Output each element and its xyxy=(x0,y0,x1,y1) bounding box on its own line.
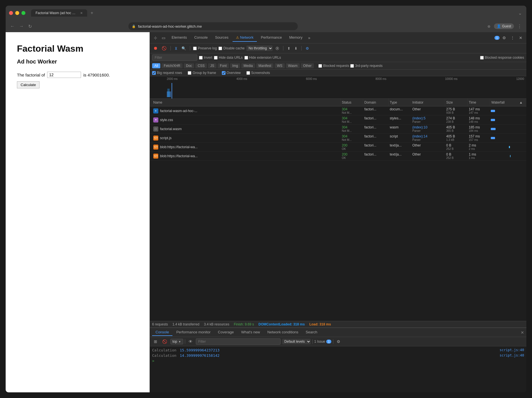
table-row[interactable]: </> blob:https://factorial-wa... 200 OK … xyxy=(150,152,526,161)
console-tab-search[interactable]: Search xyxy=(302,329,321,336)
overview-checkbox[interactable] xyxy=(222,71,226,75)
type-filter-ws[interactable]: WS xyxy=(275,63,284,68)
disable-cache-label[interactable]: Disable cache xyxy=(218,46,244,50)
close-button[interactable] xyxy=(9,11,13,15)
tab-elements[interactable]: Elements xyxy=(168,34,190,42)
third-party-label[interactable]: 3rd-party requests xyxy=(350,64,382,68)
header-waterfall[interactable]: Waterfall ▲ xyxy=(490,99,524,106)
factorial-input[interactable] xyxy=(47,72,81,78)
back-button[interactable]: ← xyxy=(9,23,16,30)
console-source-0[interactable]: script.js:40 xyxy=(500,348,524,352)
export-icon[interactable]: ⬇ xyxy=(293,46,299,51)
group-by-frame-label[interactable]: Group by frame xyxy=(188,71,216,75)
close-devtools-icon[interactable]: ✕ xyxy=(517,34,524,41)
hide-extension-checkbox[interactable] xyxy=(244,56,248,60)
screenshots-checkbox[interactable] xyxy=(246,71,250,75)
header-size[interactable]: Size xyxy=(445,99,468,106)
tab-performance[interactable]: Performance xyxy=(257,34,285,42)
search-icon[interactable]: 🔍 xyxy=(180,46,187,51)
big-rows-checkbox[interactable] xyxy=(152,71,156,75)
preserve-log-label[interactable]: Preserve log xyxy=(193,46,217,50)
tab-close-icon[interactable]: ✕ xyxy=(80,11,83,15)
big-rows-label[interactable]: Big request rows xyxy=(152,71,182,75)
console-close-button[interactable]: ✕ xyxy=(521,330,524,335)
invert-checkbox[interactable] xyxy=(199,56,203,60)
console-prompt-icon[interactable]: > xyxy=(152,359,154,363)
settings-icon[interactable]: ⚙ xyxy=(501,34,508,41)
header-initiator[interactable]: Initiator xyxy=(411,99,445,106)
active-tab[interactable]: Factorial Wasm (ad hoc Wor... ✕ xyxy=(31,9,87,17)
forward-button[interactable]: → xyxy=(18,23,25,30)
maximize-button[interactable] xyxy=(21,11,25,15)
header-domain[interactable]: Domain xyxy=(363,99,389,106)
console-context-selector[interactable]: top ▼ xyxy=(170,339,183,344)
header-type[interactable]: Type xyxy=(389,99,411,106)
table-row[interactable]: </> script.js 304 Not M... factori... sc… xyxy=(150,134,526,143)
calculate-button[interactable]: Calculate xyxy=(17,81,40,88)
minimize-button[interactable] xyxy=(15,11,19,15)
filter-icon[interactable]: ⊻ xyxy=(174,46,179,51)
tab-console[interactable]: Console xyxy=(191,34,211,42)
console-prompt-line[interactable]: > xyxy=(150,358,526,364)
more-options-icon[interactable]: ⋮ xyxy=(509,34,516,41)
online-icon[interactable]: ⦿ xyxy=(274,46,280,51)
table-row[interactable]: ✦ style.css 304 Not M... factori... styl… xyxy=(150,115,526,124)
console-tab-network-conditions[interactable]: Network conditions xyxy=(264,329,302,336)
type-filter-css[interactable]: CSS xyxy=(195,63,207,68)
blocked-requests-label[interactable]: Blocked requests xyxy=(318,64,349,68)
group-by-frame-checkbox[interactable] xyxy=(188,71,191,75)
reload-button[interactable]: ↻ xyxy=(27,23,33,30)
filter-input[interactable] xyxy=(152,54,197,61)
address-bar[interactable]: 🔒 factorial-wasm-ad-hoc-worker.glitch.me xyxy=(128,22,298,30)
console-clear-icon[interactable]: 🚫 xyxy=(161,338,169,345)
type-filter-img[interactable]: Img xyxy=(230,63,240,68)
devtools-pointer-icon[interactable]: ⊹ xyxy=(152,34,159,41)
hide-extension-label[interactable]: Hide extension URLs xyxy=(244,56,281,60)
invert-checkbox-label[interactable]: Invert xyxy=(199,56,212,60)
tab-network[interactable]: ⚠ Network xyxy=(233,34,257,42)
preserve-log-checkbox[interactable] xyxy=(193,47,197,50)
console-sidebar-icon[interactable]: ⊞ xyxy=(152,338,159,345)
import-icon[interactable]: ⬆ xyxy=(286,46,292,51)
record-button[interactable]: ⏺ xyxy=(152,45,159,51)
type-filter-media[interactable]: Media xyxy=(241,63,255,68)
tab-memory[interactable]: Memory xyxy=(286,34,306,42)
console-tab-coverage[interactable]: Coverage xyxy=(214,329,237,336)
blocked-requests-checkbox[interactable] xyxy=(318,64,322,68)
throttle-select[interactable]: No throttling xyxy=(246,45,273,51)
devtools-device-icon[interactable]: ▭ xyxy=(160,34,167,41)
screenshots-label[interactable]: Screenshots xyxy=(246,71,270,75)
overview-label[interactable]: Overview xyxy=(222,71,241,75)
type-filter-doc[interactable]: Doc xyxy=(184,63,194,68)
type-filter-fetch-xhr[interactable]: Fetch/XHR xyxy=(161,63,183,68)
console-tab-whats-new[interactable]: What's new xyxy=(238,329,263,336)
header-time[interactable]: Time xyxy=(468,99,490,106)
console-settings-icon[interactable]: ⚙ xyxy=(335,338,342,345)
table-row[interactable]: ≡ factorial-wasm-ad-hoc-... 304 Not M...… xyxy=(150,106,526,115)
type-filter-all[interactable]: All xyxy=(152,63,160,68)
hide-data-urls-label[interactable]: Hide data URLs xyxy=(214,56,243,60)
tab-sources[interactable]: Sources xyxy=(212,34,232,42)
new-tab-button[interactable]: + xyxy=(91,10,93,16)
more-tabs-button[interactable]: » xyxy=(306,34,312,41)
type-filter-wasm[interactable]: Wasm xyxy=(286,63,300,68)
disable-cache-checkbox[interactable] xyxy=(218,47,222,50)
blocked-cookies-checkbox[interactable] xyxy=(480,56,484,60)
eye-icon[interactable]: 👁 xyxy=(187,338,194,345)
type-filter-other[interactable]: Other xyxy=(301,63,314,68)
zoom-button[interactable]: ⊕ xyxy=(486,23,492,30)
console-levels-select[interactable]: Default levels xyxy=(282,339,311,344)
type-filter-manifest[interactable]: Manifest xyxy=(256,63,273,68)
table-row[interactable]: ⬡ factorial.wasm 304 Not M... factori...… xyxy=(150,124,526,134)
console-tab-console[interactable]: Console xyxy=(152,329,172,336)
menu-button[interactable]: ⋮ xyxy=(516,23,523,30)
type-filter-font[interactable]: Font xyxy=(218,63,229,68)
settings-network-icon[interactable]: ⚙ xyxy=(305,46,310,51)
clear-button[interactable]: 🚫 xyxy=(161,45,168,51)
table-row[interactable]: </> blob:https://factorial-wa... 200 OK … xyxy=(150,143,526,152)
console-filter-input[interactable] xyxy=(196,338,281,345)
console-source-1[interactable]: script.js:40 xyxy=(500,353,524,357)
chevron-down-icon[interactable]: ⌄ xyxy=(517,9,523,17)
header-status[interactable]: Status xyxy=(341,99,363,106)
type-filter-js[interactable]: JS xyxy=(208,63,216,68)
